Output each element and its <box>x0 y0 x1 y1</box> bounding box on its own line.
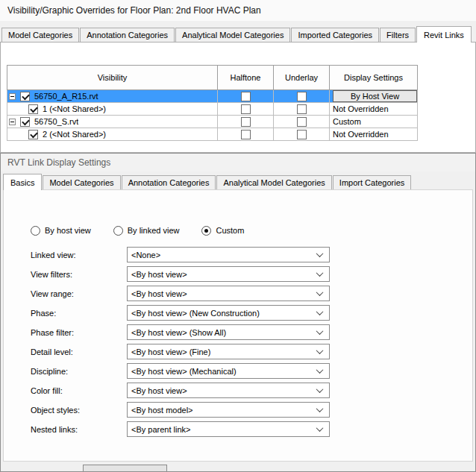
cutoff-button[interactable] <box>83 465 167 471</box>
link-name-label: 1 (<Not Shared>) <box>43 104 106 113</box>
display-settings-value: Custom <box>330 116 418 128</box>
field-label: View range: <box>31 289 127 298</box>
tree-collapse-icon[interactable] <box>9 119 16 125</box>
tab-model-categories[interactable]: Model Categories <box>1 28 79 42</box>
display-settings-button[interactable]: By Host View <box>333 90 417 102</box>
basics-fields: Linked view:<None>View filters:<By host … <box>31 247 472 437</box>
vg-tabstrip: Model CategoriesAnnotation CategoriesAna… <box>0 25 476 42</box>
rvt-tab-analytical-model-categories[interactable]: Analytical Model Categories <box>216 175 331 189</box>
field-nested-links: Nested links:<By parent link> <box>31 421 472 437</box>
rvt-link-display-settings-dialog: RVT Link Display Settings BasicsModel Ca… <box>0 153 476 472</box>
radio-by-linked-view[interactable]: By linked view <box>113 226 180 236</box>
underlay-checkbox[interactable] <box>297 92 307 101</box>
tab-imported-categories[interactable]: Imported Categories <box>291 28 379 42</box>
field-label: Linked view: <box>31 251 127 259</box>
combo-phase-filter[interactable]: <By host view> (Show All) <box>127 324 330 340</box>
revit-links-table: VisibilityHalftoneUnderlayDisplay Settin… <box>7 65 418 141</box>
visibility-checkbox[interactable] <box>20 92 30 101</box>
chevron-down-icon <box>316 424 324 432</box>
link-name-label: 56750_A_R15.rvt <box>34 92 98 101</box>
combo-value: <By host model> <box>131 406 193 415</box>
radio-by-host-view[interactable]: By host view <box>31 226 91 236</box>
field-phase-filter: Phase filter:<By host view> (Show All) <box>31 324 472 340</box>
rvt-tab-model-categories[interactable]: Model Categories <box>43 175 120 189</box>
field-label: Phase: <box>31 309 127 318</box>
field-detail-level: Detail level:<By host view> (Fine) <box>31 344 472 359</box>
field-discipline: Discipline:<By host view> (Mechanical) <box>31 363 472 379</box>
rvt-tab-import-categories[interactable]: Import Categories <box>333 175 411 189</box>
halftone-checkbox[interactable] <box>241 130 251 139</box>
field-label: Nested links: <box>31 425 127 434</box>
field-label: Object styles: <box>31 406 127 415</box>
visibility-graphics-dialog: Visibility/Graphic Overrides for Floor P… <box>0 0 476 153</box>
screen: Visibility/Graphic Overrides for Floor P… <box>0 0 476 472</box>
combo-view-range[interactable]: <By host view> <box>127 286 330 301</box>
chevron-down-icon <box>316 269 324 277</box>
rvt-dialog-title: RVT Link Display Settings <box>7 157 110 168</box>
combo-value: <By host view> (New Construction) <box>131 309 260 318</box>
chevron-down-icon <box>316 308 324 315</box>
combo-color-fill[interactable]: <By host view> <box>127 383 330 398</box>
chevron-down-icon <box>316 405 324 412</box>
combo-nested-links[interactable]: <By parent link> <box>127 421 330 437</box>
link-row-56750-s[interactable]: 56750_S.rvtCustom <box>7 116 418 128</box>
underlay-checkbox[interactable] <box>297 117 307 127</box>
tab-revit-links[interactable]: Revit Links <box>416 26 472 43</box>
tab-filters[interactable]: Filters <box>380 28 416 42</box>
radio-circle-icon[interactable] <box>201 226 211 236</box>
halftone-checkbox[interactable] <box>241 104 251 114</box>
display-settings-value: Not Overridden <box>330 103 418 116</box>
combo-discipline[interactable]: <By host view> (Mechanical) <box>127 363 330 379</box>
combo-value: <By host view> (Fine) <box>131 347 210 356</box>
column-header-visibility: Visibility <box>7 66 218 90</box>
display-settings-value: Not Overridden <box>330 128 418 141</box>
visibility-checkbox[interactable] <box>28 104 38 114</box>
combo-value: <By host view> <box>131 386 187 395</box>
halftone-checkbox[interactable] <box>241 92 251 101</box>
combo-view-filters[interactable]: <By host view> <box>127 266 330 282</box>
underlay-checkbox[interactable] <box>297 104 307 114</box>
rvt-tab-annotation-categories[interactable]: Annotation Categories <box>122 175 216 189</box>
visibility-checkbox[interactable] <box>28 130 38 139</box>
link-name-label: 2 (<Not Shared>) <box>43 130 106 139</box>
radio-label: By linked view <box>128 226 180 235</box>
field-view-range: View range:<By host view> <box>31 286 472 301</box>
visibility-checkbox[interactable] <box>20 117 30 127</box>
field-label: Phase filter: <box>31 328 127 337</box>
rvt-titlebar: RVT Link Display Settings <box>1 154 475 172</box>
combo-phase[interactable]: <By host view> (New Construction) <box>127 305 330 321</box>
link-row-instance-1[interactable]: 1 (<Not Shared>)Not Overridden <box>7 103 418 116</box>
combo-value: <By host view> <box>131 289 187 298</box>
combo-linked-view[interactable]: <None> <box>127 247 330 262</box>
column-header-halftone: Halftone <box>218 66 274 90</box>
chevron-down-icon <box>316 366 324 374</box>
chevron-down-icon <box>316 327 324 335</box>
column-header-display-settings: Display Settings <box>330 66 418 90</box>
tab-annotation-categories[interactable]: Annotation Categories <box>80 28 175 42</box>
rvt-tabstrip: BasicsModel CategoriesAnnotation Categor… <box>1 173 475 189</box>
combo-value: <By host view> (Show All) <box>131 328 226 337</box>
radio-circle-icon[interactable] <box>31 226 40 236</box>
underlay-checkbox[interactable] <box>297 130 307 139</box>
combo-value: <By parent link> <box>131 425 191 434</box>
combo-object-styles[interactable]: <By host model> <box>127 402 330 418</box>
combo-detail-level[interactable]: <By host view> (Fine) <box>127 344 330 359</box>
basics-tab-page: By host viewBy linked viewCustom Linked … <box>3 189 473 462</box>
field-linked-view: Linked view:<None> <box>31 247 472 262</box>
radio-circle-icon[interactable] <box>113 226 123 236</box>
radio-custom[interactable]: Custom <box>201 226 244 236</box>
radio-label: By host view <box>45 226 91 235</box>
tree-collapse-icon[interactable] <box>9 93 16 100</box>
tab-analytical-model-categories[interactable]: Analytical Model Categories <box>175 28 290 42</box>
link-row-56750-a-r15[interactable]: 56750_A_R15.rvtBy Host View <box>7 90 418 103</box>
combo-value: <By host view> <box>131 270 187 279</box>
chevron-down-icon <box>316 347 324 354</box>
halftone-checkbox[interactable] <box>241 117 251 127</box>
radio-label: Custom <box>216 226 244 235</box>
rvt-tab-basics[interactable]: Basics <box>3 174 42 190</box>
field-label: View filters: <box>31 270 127 279</box>
field-label: Discipline: <box>31 367 127 376</box>
field-view-filters: View filters:<By host view> <box>31 266 472 282</box>
revit-links-tab-page: VisibilityHalftoneUnderlayDisplay Settin… <box>0 42 476 153</box>
link-row-instance-2[interactable]: 2 (<Not Shared>)Not Overridden <box>7 128 418 141</box>
